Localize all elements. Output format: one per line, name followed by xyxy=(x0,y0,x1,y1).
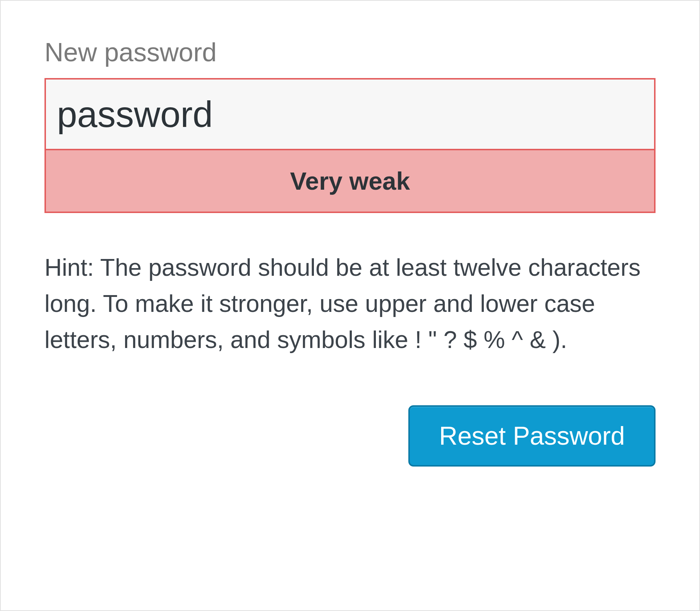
password-reset-form: New password Very weak Hint: The passwor… xyxy=(44,37,656,467)
password-strength-meter: Very weak xyxy=(46,149,654,212)
new-password-input[interactable] xyxy=(46,80,654,149)
new-password-label: New password xyxy=(44,37,656,67)
reset-password-button[interactable]: Reset Password xyxy=(408,405,656,467)
button-row: Reset Password xyxy=(44,405,656,467)
password-field-group: Very weak xyxy=(44,78,656,213)
password-hint-text: Hint: The password should be at least tw… xyxy=(44,250,656,358)
